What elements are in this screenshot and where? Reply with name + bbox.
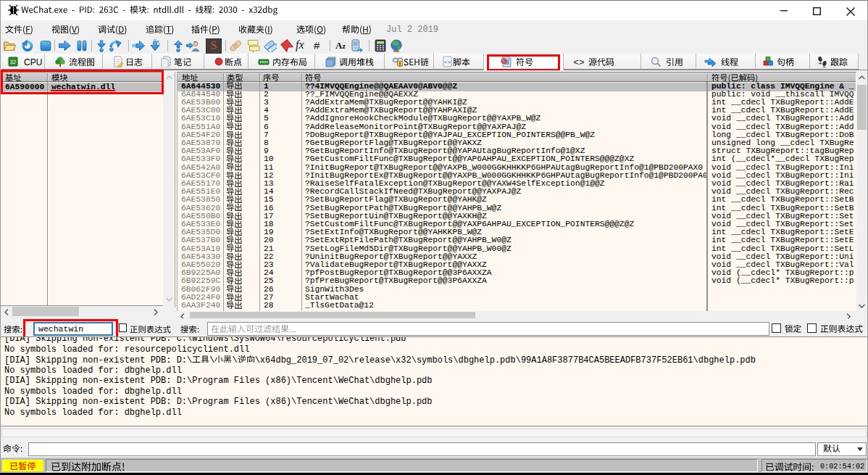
- svg-text:32: 32: [10, 59, 16, 65]
- svg-text:!: !: [399, 62, 401, 67]
- svg-text:<>: <>: [444, 59, 451, 65]
- svg-text:<>: <>: [573, 57, 584, 68]
